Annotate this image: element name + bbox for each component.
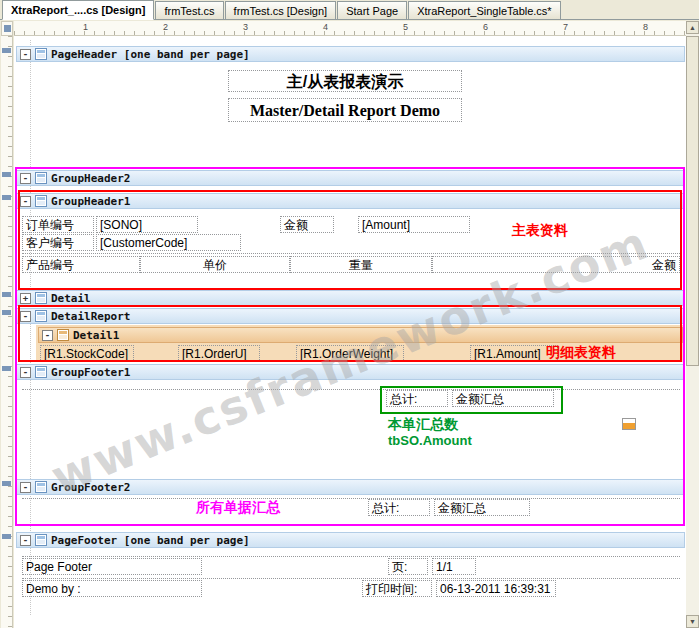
collapse-toggle-icon[interactable]: - xyxy=(20,49,31,60)
tab-frmtest-design[interactable]: frmTest.cs [Design] xyxy=(225,1,337,19)
report-title-cn-label[interactable]: 主/从表报表演示 xyxy=(228,70,462,92)
group-total-label[interactable]: 总计: xyxy=(386,390,448,407)
band-icon xyxy=(35,172,47,184)
page-number-label[interactable]: 页: xyxy=(388,558,428,575)
ruler-tick: 2 xyxy=(163,22,168,32)
scrollbar-thumb[interactable] xyxy=(686,36,699,366)
scroll-down-icon[interactable]: ▼ xyxy=(686,615,699,628)
band-header-groupheader1[interactable]: - GroupHeader1 xyxy=(16,193,685,209)
group-total-field[interactable]: 金额汇总 xyxy=(452,390,554,407)
collapse-toggle-icon[interactable]: - xyxy=(42,330,53,341)
order-no-label[interactable]: 订单编号 xyxy=(22,216,94,233)
band-icon xyxy=(35,48,47,60)
annotation-master-data: 主表资料 xyxy=(512,222,568,240)
grand-total-label[interactable]: 总计: xyxy=(368,499,430,516)
band-marker xyxy=(2,172,11,177)
customer-no-label[interactable]: 客户编号 xyxy=(22,234,94,251)
collapse-toggle-icon[interactable]: - xyxy=(20,367,31,378)
tab-frmtest-cs[interactable]: frmTest.cs xyxy=(155,1,223,19)
horizontal-ruler: 1 2 3 4 5 6 7 8 xyxy=(14,21,686,36)
separator-line xyxy=(22,578,680,579)
band-icon xyxy=(57,329,69,341)
smart-tag-icon[interactable] xyxy=(622,418,636,430)
band-title: GroupFooter2 xyxy=(51,481,130,494)
detail-field-orderweight[interactable]: [R1.OrderWeight] xyxy=(296,345,404,362)
annotation-detail-data: 明细表资料 xyxy=(546,344,616,362)
band-icon xyxy=(35,534,47,546)
scroll-up-icon[interactable]: ▲ xyxy=(686,21,699,34)
collapse-toggle-icon[interactable]: - xyxy=(20,311,31,322)
band-header-groupheader2[interactable]: - GroupHeader2 xyxy=(16,170,685,186)
column-header-amount[interactable]: 金额 xyxy=(432,256,680,273)
print-time-label[interactable]: 打印时间: xyxy=(362,580,432,597)
collapse-toggle-icon[interactable]: - xyxy=(20,196,31,207)
vertical-ruler xyxy=(1,36,13,628)
separator-line xyxy=(22,556,680,557)
band-icon xyxy=(35,292,47,304)
grand-total-field[interactable]: 金额汇总 xyxy=(434,499,530,516)
tab-xtrareport-design[interactable]: XtraReport_....cs [Design] xyxy=(2,0,154,20)
band-title: GroupHeader2 xyxy=(51,172,130,185)
separator-line xyxy=(22,253,680,254)
detail-field-amount[interactable]: [R1.Amount] xyxy=(470,345,558,362)
amount-field[interactable]: [Amount] xyxy=(358,216,470,233)
band-header-groupfooter2[interactable]: - GroupFooter2 xyxy=(16,479,685,495)
band-icon xyxy=(35,481,47,493)
detail-field-stockcode[interactable]: [R1.StockCode] xyxy=(40,345,134,362)
customer-no-field[interactable]: [CustomerCode] xyxy=(96,234,241,251)
band-title: DetailReport xyxy=(51,310,130,323)
report-title-en-label[interactable]: Master/Detail Report Demo xyxy=(228,98,462,122)
separator-line xyxy=(22,498,680,499)
document-tab-bar: XtraReport_....cs [Design] frmTest.cs fr… xyxy=(0,0,699,20)
column-header-weight[interactable]: 重量 xyxy=(290,256,432,273)
band-header-pagefooter[interactable]: - PageFooter [one band per page] xyxy=(16,532,685,548)
band-header-detail1[interactable]: - Detail1 xyxy=(38,327,683,343)
ruler-tick: 5 xyxy=(403,22,408,32)
band-marker xyxy=(2,310,11,315)
annotation-order-total-line2: tbSO.Amount xyxy=(388,433,472,448)
collapse-toggle-icon[interactable]: - xyxy=(20,482,31,493)
ruler-origin xyxy=(1,21,13,36)
demo-by-label[interactable]: Demo by : xyxy=(22,580,202,597)
tab-xtrareport-singletable[interactable]: XtraReport_SingleTable.cs* xyxy=(408,1,561,19)
band-header-groupfooter1[interactable]: - GroupFooter1 xyxy=(16,364,685,380)
band-title: GroupFooter1 xyxy=(51,366,130,379)
band-marker xyxy=(2,292,11,297)
band-icon xyxy=(35,366,47,378)
band-marker xyxy=(2,366,11,371)
band-marker xyxy=(2,48,11,53)
detail-field-orderu[interactable]: [R1.OrderU] xyxy=(178,345,260,362)
print-time-field[interactable]: 06-13-2011 16:39:31 xyxy=(436,580,556,597)
band-title: Detail xyxy=(51,292,91,305)
ruler-tick: 8 xyxy=(643,22,648,32)
order-no-field[interactable]: [SONO] xyxy=(96,216,198,233)
ruler-tick: 4 xyxy=(323,22,328,32)
band-header-pageheader[interactable]: - PageHeader [one band per page] xyxy=(16,46,685,62)
ruler-tick: 6 xyxy=(483,22,488,32)
ruler-tick: 7 xyxy=(563,22,568,32)
band-marker xyxy=(2,534,11,539)
page-number-field[interactable]: 1/1 xyxy=(432,558,476,575)
separator-line xyxy=(22,389,680,390)
amount-label[interactable]: 金额 xyxy=(280,216,334,233)
ruler-tick: 1 xyxy=(83,22,88,32)
band-header-detail[interactable]: + Detail xyxy=(16,290,685,306)
report-designer-window: XtraReport_....cs [Design] frmTest.cs fr… xyxy=(0,0,699,628)
expand-toggle-icon[interactable]: + xyxy=(20,293,31,304)
band-marker xyxy=(2,481,11,486)
annotation-order-total-line1: 本单汇总数 xyxy=(388,416,458,434)
ruler-origin-icon xyxy=(4,25,11,32)
band-title: Detail1 xyxy=(73,329,119,342)
column-header-product[interactable]: 产品编号 xyxy=(22,256,140,273)
band-title: GroupHeader1 xyxy=(51,195,130,208)
collapse-toggle-icon[interactable]: - xyxy=(20,173,31,184)
band-icon xyxy=(35,310,47,322)
tab-start-page[interactable]: Start Page xyxy=(337,1,407,19)
report-margin-guide xyxy=(30,40,31,615)
page-footer-label[interactable]: Page Footer xyxy=(22,558,202,575)
vertical-scrollbar[interactable]: ▲ ▼ xyxy=(686,21,699,628)
collapse-toggle-icon[interactable]: - xyxy=(20,535,31,546)
band-header-detailreport[interactable]: - DetailReport xyxy=(16,308,685,324)
column-header-price[interactable]: 单价 xyxy=(140,256,290,273)
band-marker xyxy=(2,195,11,200)
